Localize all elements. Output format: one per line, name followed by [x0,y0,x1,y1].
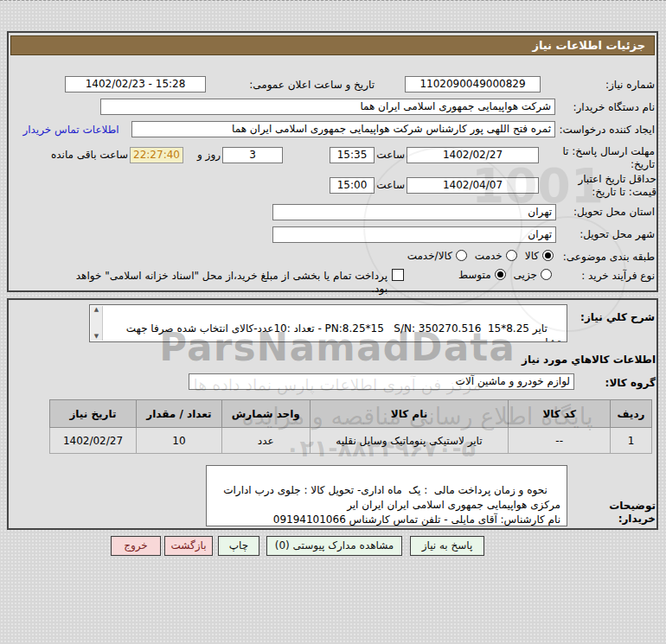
scroll-down-icon[interactable]: ▼ [94,333,99,341]
request-creator-label: ایجاد کننده درخواست: [543,124,655,137]
radio-option-label: متوسط [458,269,491,281]
cell-quantity: 10 [136,428,221,454]
days-and-label: روز و [186,149,221,162]
delivery-city-label: شهر محل تحویل: [562,228,655,241]
goods-table: ردیف کد کالا نام کالا واحد شمارش تعداد /… [49,399,652,454]
page-title: جزئیات اطلاعات نیاز [10,35,655,55]
top-dashed-divider [0,0,666,1]
delivery-province-label: استان محل تحویل: [558,206,655,219]
radio-icon[interactable] [456,250,467,261]
inquiry-details-page: جزئیات اطلاعات نیاز شماره نیاز: 11020900… [0,0,666,644]
delivery-city-field[interactable]: تهران [272,226,556,243]
delivery-province-field[interactable]: تهران [272,204,556,220]
process-type-label: نوع فرآیند خرید : [555,270,655,283]
col-need-date: تاریخ نیاز [50,400,137,428]
buyer-org-field[interactable]: شرکت هواپیمایی جمهوری اسلامی ایران هما [100,99,555,115]
buyer-notes-text: نحوه و زمان پرداخت مالی : یک ماه اداری- … [220,484,560,526]
col-item-code: کد کالا [509,400,611,428]
need-number-field[interactable]: 1102090049000829 [405,76,541,92]
respond-to-need-button[interactable]: پاسخ به نیاز [410,536,484,556]
radio-option-service[interactable]: خدمت [475,250,517,262]
goods-section-title: اطلاعات کالاهاي مورد نياز [517,354,656,367]
classification-radio-group: کالا خدمت کالا/خدمت [362,249,554,262]
remaining-days-field[interactable]: 3 [222,147,283,163]
cell-item-name: تایر لاستیکی پنوماتیک وسایل نقلیه [310,428,509,454]
goods-group-field[interactable]: لوازم خودرو و ماشین آلات [189,373,574,390]
buyer-contact-link[interactable]: اطلاعات تماس خریدار [14,124,128,136]
treasury-payment-label: پرداخت تمام یا بخشی از مبلغ خرید،از محل … [66,270,387,296]
goods-table-header-row: ردیف کد کالا نام کالا واحد شمارش تعداد /… [50,400,652,428]
goods-group-label: گروه کالا: [595,377,656,390]
cell-need-date: 1402/02/27 [50,428,137,454]
need-description-text: تایر 8.25*15 PN:8.25*15 S/N: 350270.516 … [123,322,560,342]
col-quantity: تعداد / مقدار [136,400,221,428]
price-validity-label: حداقل تاریخ اعتبار قیمت: تا تاریخ: [549,173,656,199]
buyer-notes-textarea[interactable]: نحوه و زمان پرداخت مالی : یک ماه اداری- … [206,465,567,526]
col-item-name: نام کالا [310,400,509,428]
textarea-scrollbar[interactable]: ▲▼ [91,306,103,341]
buyer-org-label: نام دستگاه خریدار: [545,101,655,114]
cell-item-code: -- [509,428,611,454]
validity-hour-label: ساعت [379,179,405,192]
deadline-date-field[interactable]: 1402/02/27 [407,147,539,163]
validity-date-field[interactable]: 1402/04/07 [407,177,539,194]
print-button[interactable]: چاپ [218,536,259,556]
treasury-payment-checkbox[interactable] [392,269,404,281]
announce-datetime-field[interactable]: 1402/02/23 - 15:28 [65,76,206,92]
scroll-up-icon[interactable]: ▲ [94,306,99,314]
classification-label: طبقه بندی موضوعی: [551,251,655,264]
deadline-time-field[interactable]: 15:35 [330,147,375,163]
radio-icon[interactable] [506,250,517,261]
need-description-textarea[interactable]: تایر 8.25*15 PN:8.25*15 S/N: 350270.516 … [89,304,567,342]
hours-remaining-label: ساعت باقی مانده [33,149,128,162]
col-unit: واحد شمارش [221,400,310,428]
radio-option-label: جزیی [514,269,537,281]
process-type-radio-group: جزیی متوسط [415,268,552,281]
radio-option-minor[interactable]: جزیی [514,269,552,281]
exit-button[interactable]: خروج [111,536,161,556]
radio-selected-icon[interactable] [495,269,506,280]
response-deadline-label: مهلت ارسال پاسخ: تا تاریخ: [553,145,655,171]
goods-table-row: 1 -- تایر لاستیکی پنوماتیک وسایل نقلیه ع… [50,428,652,454]
cell-unit: عدد [221,428,310,454]
announce-datetime-label: تاریخ و ساعت اعلان عمومی: [210,79,375,92]
need-number-label: شماره نیاز: [573,79,655,92]
validity-time-field[interactable]: 15:00 [330,177,375,194]
countdown-timer: 22:27:40 [130,147,183,163]
radio-option-goods-service[interactable]: کالا/خدمت [407,250,467,262]
radio-icon[interactable] [541,269,552,280]
radio-option-goods[interactable]: کالا [525,250,554,262]
need-description-label: شرح کلي نياز: [573,311,655,324]
radio-option-label: خدمت [475,250,503,262]
radio-option-label: کالا [525,250,539,262]
radio-selected-icon[interactable] [542,250,554,261]
back-button[interactable]: بازگشت [164,536,213,556]
radio-option-label: کالا/خدمت [407,250,452,262]
buyer-notes-label: توضیحات خریدار: [569,500,656,526]
cell-row-number: 1 [611,428,652,454]
radio-option-medium[interactable]: متوسط [458,269,506,281]
deadline-hour-label: ساعت [379,149,405,162]
view-attachments-button[interactable]: مشاهده مدارک پیوستی (0) [266,536,402,556]
request-creator-field[interactable]: ثمره فتح اللهی پور کارشناس شرکت هواپیمای… [131,121,555,137]
col-row-number: ردیف [611,400,652,428]
